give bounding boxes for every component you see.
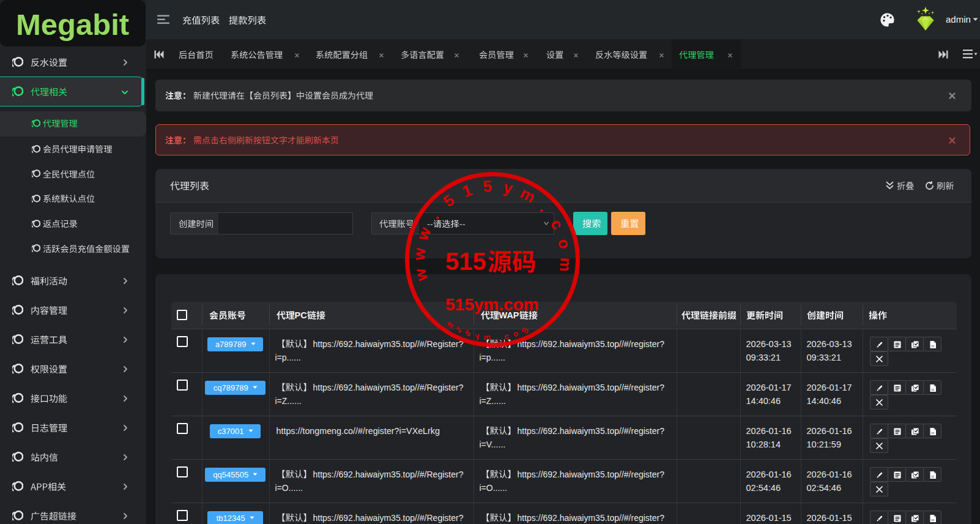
svg-text:o: o	[554, 237, 574, 250]
svg-text:o: o	[513, 329, 520, 339]
svg-text:w: w	[413, 224, 435, 243]
svg-text:m: m	[520, 324, 530, 335]
svg-text:1: 1	[459, 181, 474, 201]
svg-text:.: .	[425, 208, 442, 223]
svg-text:5: 5	[440, 190, 458, 211]
svg-text:.: .	[536, 200, 552, 215]
svg-text:c: c	[547, 216, 567, 233]
svg-text:5: 5	[446, 320, 455, 330]
svg-text:m: m	[556, 257, 576, 272]
svg-text:y: y	[474, 331, 481, 340]
svg-text:1: 1	[455, 324, 462, 335]
svg-text:w: w	[410, 266, 431, 283]
svg-text:c: c	[503, 331, 510, 341]
svg-text:w: w	[410, 247, 429, 261]
svg-text:m: m	[483, 332, 491, 342]
svg-text:5: 5	[464, 328, 472, 339]
svg-text:.: .	[496, 332, 498, 342]
svg-text:5: 5	[482, 177, 492, 196]
svg-text:y: y	[502, 178, 514, 198]
